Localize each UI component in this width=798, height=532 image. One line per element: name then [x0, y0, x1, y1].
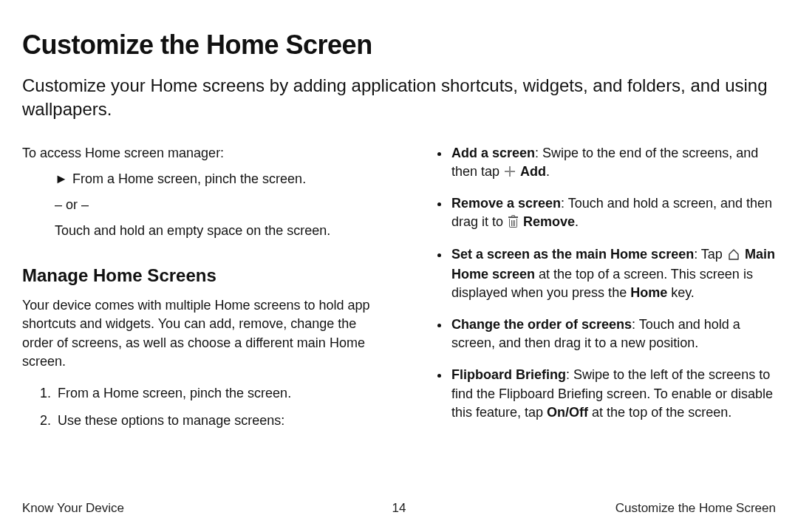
option-label: Add a screen: [451, 146, 535, 160]
manage-step-1: From a Home screen, pinch the screen.: [55, 384, 381, 403]
option-icon-label: Remove: [523, 214, 575, 229]
footer-page-number: 14: [22, 501, 776, 516]
plus-icon: [505, 166, 515, 177]
or-divider: – or –: [55, 196, 381, 214]
left-column: To access Home screen manager: ► From a …: [22, 144, 381, 439]
manage-intro: Your device comes with multiple Home scr…: [22, 296, 381, 371]
option-text-post: key.: [667, 285, 695, 300]
page-footer: Know Your Device 14 Customize the Home S…: [22, 501, 776, 516]
option-text-pre: : Tap: [694, 247, 726, 262]
trash-icon: [508, 216, 518, 228]
option-label: Set a screen as the main Home screen: [451, 247, 694, 262]
two-column-layout: To access Home screen manager: ► From a …: [22, 144, 776, 439]
access-alt-text: Touch and hold an empty space on the scr…: [55, 222, 381, 240]
option-label: Remove a screen: [451, 196, 561, 211]
right-column: Add a screen: Swipe to the end of the sc…: [417, 144, 776, 439]
access-step-list: ► From a Home screen, pinch the screen.: [55, 170, 381, 188]
option-key: Home: [630, 285, 667, 300]
manage-steps: From a Home screen, pinch the screen. Us…: [55, 384, 381, 430]
triangle-icon: ►: [55, 170, 72, 188]
option-label: Change the order of screens: [451, 317, 632, 332]
option-text-post: .: [575, 214, 579, 229]
option-text-post: .: [546, 164, 550, 179]
option-change-order: Change the order of screens: Touch and h…: [450, 316, 776, 352]
manage-home-screens-heading: Manage Home Screens: [22, 263, 381, 288]
intro-paragraph: Customize your Home screens by adding ap…: [22, 74, 776, 122]
document-page: Customize the Home Screen Customize your…: [0, 0, 798, 532]
access-step: ► From a Home screen, pinch the screen.: [55, 170, 381, 188]
access-lead: To access Home screen manager:: [22, 144, 381, 163]
home-icon: [728, 247, 740, 265]
access-step-text: From a Home screen, pinch the screen.: [72, 170, 306, 188]
page-title: Customize the Home Screen: [22, 30, 776, 61]
option-flipboard: Flipboard Briefing: Swipe to the left of…: [450, 366, 776, 422]
option-remove-screen: Remove a screen: Touch and hold a screen…: [450, 194, 776, 231]
options-list: Add a screen: Swipe to the end of the sc…: [450, 144, 776, 422]
manage-step-2: Use these options to manage screens:: [55, 412, 381, 430]
option-label: Flipboard Briefing: [451, 367, 566, 382]
option-add-screen: Add a screen: Swipe to the end of the sc…: [450, 144, 776, 181]
option-main-home-screen: Set a screen as the main Home screen: Ta…: [450, 245, 776, 303]
option-key: On/Off: [547, 405, 588, 420]
option-text-post: at the top of the screen.: [588, 405, 732, 420]
option-icon-label: Add: [520, 164, 546, 179]
